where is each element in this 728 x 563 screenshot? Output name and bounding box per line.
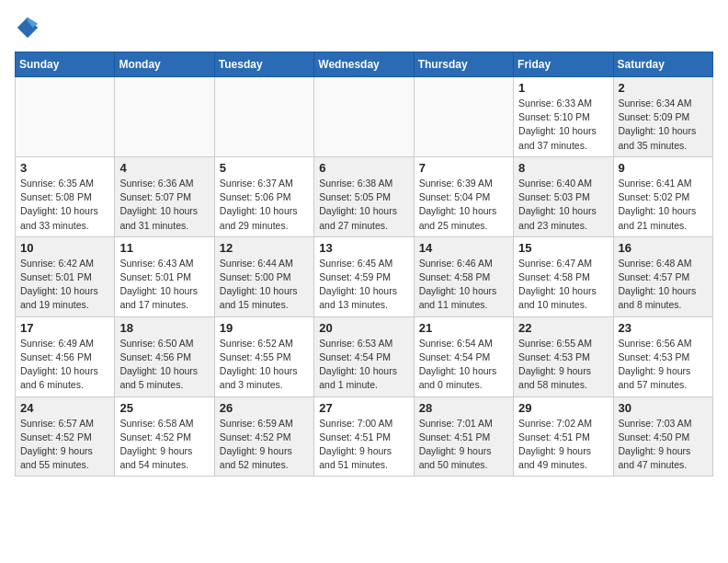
header-day: Monday <box>115 52 214 77</box>
calendar-cell: 29Sunrise: 7:02 AM Sunset: 4:51 PM Dayli… <box>514 396 613 477</box>
day-number: 19 <box>220 321 309 335</box>
day-info: Sunrise: 6:42 AM Sunset: 5:01 PM Dayligh… <box>20 257 109 313</box>
calendar-cell <box>214 77 313 157</box>
day-number: 3 <box>20 161 109 175</box>
day-info: Sunrise: 6:48 AM Sunset: 4:57 PM Dayligh… <box>619 257 708 313</box>
calendar-cell: 9Sunrise: 6:41 AM Sunset: 5:02 PM Daylig… <box>613 156 712 236</box>
calendar-week-row: 3Sunrise: 6:35 AM Sunset: 5:08 PM Daylig… <box>16 156 713 236</box>
day-number: 9 <box>619 161 708 175</box>
day-info: Sunrise: 6:38 AM Sunset: 5:05 PM Dayligh… <box>319 177 408 233</box>
day-number: 29 <box>518 401 608 415</box>
calendar-week-row: 1Sunrise: 6:33 AM Sunset: 5:10 PM Daylig… <box>16 77 713 157</box>
day-info: Sunrise: 6:37 AM Sunset: 5:06 PM Dayligh… <box>220 177 309 233</box>
day-info: Sunrise: 6:52 AM Sunset: 4:55 PM Dayligh… <box>220 337 309 393</box>
calendar-cell <box>314 77 414 157</box>
calendar-cell: 13Sunrise: 6:45 AM Sunset: 4:59 PM Dayli… <box>314 236 414 316</box>
calendar-cell: 1Sunrise: 6:33 AM Sunset: 5:10 PM Daylig… <box>514 77 613 157</box>
day-info: Sunrise: 6:44 AM Sunset: 5:00 PM Dayligh… <box>220 257 309 313</box>
day-number: 25 <box>119 401 209 415</box>
header-day: Friday <box>514 52 613 77</box>
calendar-week-row: 24Sunrise: 6:57 AM Sunset: 4:52 PM Dayli… <box>16 396 713 477</box>
day-info: Sunrise: 6:43 AM Sunset: 5:01 PM Dayligh… <box>119 257 209 313</box>
calendar-cell: 26Sunrise: 6:59 AM Sunset: 4:52 PM Dayli… <box>214 396 313 477</box>
calendar-cell: 15Sunrise: 6:47 AM Sunset: 4:58 PM Dayli… <box>514 236 613 316</box>
day-number: 28 <box>419 401 508 415</box>
calendar-cell: 10Sunrise: 6:42 AM Sunset: 5:01 PM Dayli… <box>16 236 115 316</box>
calendar-cell: 19Sunrise: 6:52 AM Sunset: 4:55 PM Dayli… <box>214 316 313 396</box>
day-info: Sunrise: 6:45 AM Sunset: 4:59 PM Dayligh… <box>319 257 408 313</box>
day-info: Sunrise: 6:35 AM Sunset: 5:08 PM Dayligh… <box>20 177 109 233</box>
calendar-cell: 4Sunrise: 6:36 AM Sunset: 5:07 PM Daylig… <box>115 156 214 236</box>
calendar-cell: 6Sunrise: 6:38 AM Sunset: 5:05 PM Daylig… <box>314 156 414 236</box>
header-day: Sunday <box>16 52 115 77</box>
calendar-cell: 28Sunrise: 7:01 AM Sunset: 4:51 PM Dayli… <box>414 396 513 477</box>
day-info: Sunrise: 6:49 AM Sunset: 4:56 PM Dayligh… <box>20 337 109 393</box>
page-header <box>15 15 713 40</box>
day-info: Sunrise: 6:55 AM Sunset: 4:53 PM Dayligh… <box>518 337 608 393</box>
day-info: Sunrise: 6:50 AM Sunset: 4:56 PM Dayligh… <box>119 337 209 393</box>
day-info: Sunrise: 6:39 AM Sunset: 5:04 PM Dayligh… <box>419 177 508 233</box>
day-number: 27 <box>319 401 408 415</box>
day-info: Sunrise: 6:54 AM Sunset: 4:54 PM Dayligh… <box>419 337 508 393</box>
day-number: 1 <box>518 81 608 95</box>
day-info: Sunrise: 6:53 AM Sunset: 4:54 PM Dayligh… <box>319 337 408 393</box>
day-number: 7 <box>419 161 508 175</box>
calendar-cell: 18Sunrise: 6:50 AM Sunset: 4:56 PM Dayli… <box>115 316 214 396</box>
calendar-cell <box>115 77 214 157</box>
calendar-table: SundayMondayTuesdayWednesdayThursdayFrid… <box>15 52 713 477</box>
day-number: 2 <box>619 81 708 95</box>
day-number: 15 <box>518 241 608 255</box>
header-row: SundayMondayTuesdayWednesdayThursdayFrid… <box>16 52 713 77</box>
calendar-cell <box>16 77 115 157</box>
day-number: 20 <box>319 321 408 335</box>
day-number: 22 <box>518 321 608 335</box>
day-info: Sunrise: 6:46 AM Sunset: 4:58 PM Dayligh… <box>419 257 508 313</box>
day-number: 8 <box>518 161 608 175</box>
day-number: 30 <box>619 401 708 415</box>
calendar-header: SundayMondayTuesdayWednesdayThursdayFrid… <box>16 52 713 77</box>
calendar-cell: 25Sunrise: 6:58 AM Sunset: 4:52 PM Dayli… <box>115 396 214 477</box>
day-number: 12 <box>220 241 309 255</box>
day-info: Sunrise: 7:00 AM Sunset: 4:51 PM Dayligh… <box>319 417 408 473</box>
calendar-cell: 16Sunrise: 6:48 AM Sunset: 4:57 PM Dayli… <box>613 236 712 316</box>
day-info: Sunrise: 6:41 AM Sunset: 5:02 PM Dayligh… <box>619 177 708 233</box>
day-info: Sunrise: 6:59 AM Sunset: 4:52 PM Dayligh… <box>220 417 309 473</box>
calendar-cell: 12Sunrise: 6:44 AM Sunset: 5:00 PM Dayli… <box>214 236 313 316</box>
calendar-cell <box>414 77 513 157</box>
day-info: Sunrise: 6:34 AM Sunset: 5:09 PM Dayligh… <box>619 97 708 153</box>
header-day: Saturday <box>613 52 712 77</box>
day-number: 18 <box>119 321 209 335</box>
header-day: Wednesday <box>314 52 414 77</box>
calendar-cell: 2Sunrise: 6:34 AM Sunset: 5:09 PM Daylig… <box>613 77 712 157</box>
day-info: Sunrise: 7:02 AM Sunset: 4:51 PM Dayligh… <box>518 417 608 473</box>
calendar-cell: 3Sunrise: 6:35 AM Sunset: 5:08 PM Daylig… <box>16 156 115 236</box>
calendar-cell: 30Sunrise: 7:03 AM Sunset: 4:50 PM Dayli… <box>613 396 712 477</box>
calendar-week-row: 17Sunrise: 6:49 AM Sunset: 4:56 PM Dayli… <box>16 316 713 396</box>
day-number: 10 <box>20 241 109 255</box>
day-info: Sunrise: 6:57 AM Sunset: 4:52 PM Dayligh… <box>20 417 109 473</box>
day-number: 11 <box>119 241 209 255</box>
day-number: 5 <box>220 161 309 175</box>
header-day: Thursday <box>414 52 513 77</box>
logo <box>15 15 44 40</box>
day-number: 24 <box>20 401 109 415</box>
day-info: Sunrise: 6:56 AM Sunset: 4:53 PM Dayligh… <box>619 337 708 393</box>
calendar-cell: 5Sunrise: 6:37 AM Sunset: 5:06 PM Daylig… <box>214 156 313 236</box>
day-number: 23 <box>619 321 708 335</box>
header-day: Tuesday <box>214 52 313 77</box>
day-info: Sunrise: 6:40 AM Sunset: 5:03 PM Dayligh… <box>518 177 608 233</box>
day-info: Sunrise: 7:03 AM Sunset: 4:50 PM Dayligh… <box>619 417 708 473</box>
logo-icon <box>15 15 40 40</box>
day-info: Sunrise: 6:58 AM Sunset: 4:52 PM Dayligh… <box>119 417 209 473</box>
day-info: Sunrise: 6:33 AM Sunset: 5:10 PM Dayligh… <box>518 97 608 153</box>
calendar-cell: 24Sunrise: 6:57 AM Sunset: 4:52 PM Dayli… <box>16 396 115 477</box>
day-number: 21 <box>419 321 508 335</box>
calendar-cell: 21Sunrise: 6:54 AM Sunset: 4:54 PM Dayli… <box>414 316 513 396</box>
calendar-cell: 20Sunrise: 6:53 AM Sunset: 4:54 PM Dayli… <box>314 316 414 396</box>
calendar-cell: 11Sunrise: 6:43 AM Sunset: 5:01 PM Dayli… <box>115 236 214 316</box>
calendar-cell: 17Sunrise: 6:49 AM Sunset: 4:56 PM Dayli… <box>16 316 115 396</box>
day-number: 16 <box>619 241 708 255</box>
day-number: 14 <box>419 241 508 255</box>
calendar-cell: 23Sunrise: 6:56 AM Sunset: 4:53 PM Dayli… <box>613 316 712 396</box>
day-number: 17 <box>20 321 109 335</box>
